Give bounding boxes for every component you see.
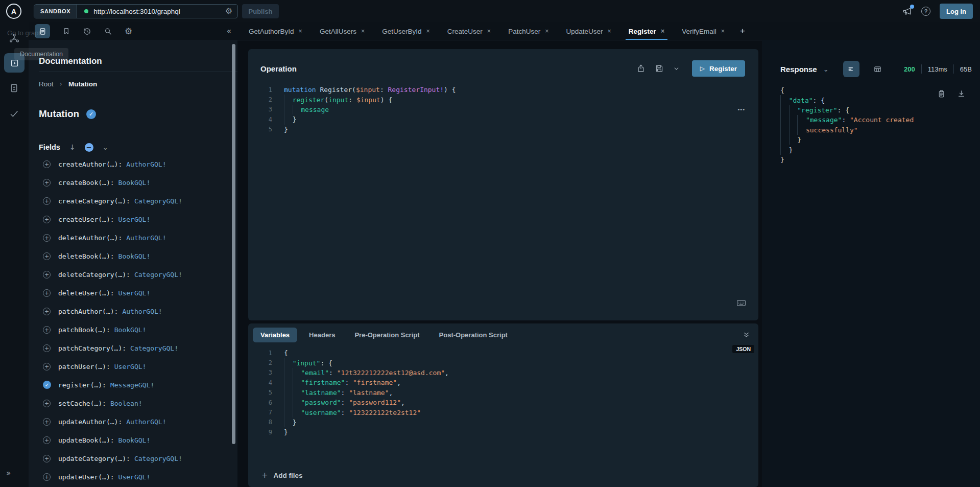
operation-tab[interactable]: Register (629, 22, 664, 40)
checks-icon[interactable] (9, 108, 19, 119)
field-row[interactable]: createUser(…): UserGQL! (39, 210, 230, 228)
close-tab-icon[interactable] (487, 28, 491, 35)
help-icon[interactable]: ? (921, 7, 930, 16)
field-type-link[interactable]: UserGQL! (118, 289, 151, 297)
field-row[interactable]: deleteBook(…): BookGQL! (39, 247, 230, 265)
save-menu-chevron-icon[interactable] (673, 65, 680, 72)
field-type-link[interactable]: AuthorGQL! (122, 308, 162, 315)
announcements-icon[interactable] (902, 6, 912, 16)
field-type-link[interactable]: AuthorGQL! (126, 418, 166, 426)
field-type-link[interactable]: CategoryGQL! (130, 344, 178, 352)
field-row[interactable]: patchCategory(…): CategoryGQL! (39, 339, 230, 357)
response-chevron-down-icon[interactable]: ⌄ (823, 65, 829, 73)
field-type-link[interactable]: Boolean! (110, 400, 142, 407)
add-field-icon[interactable] (43, 271, 51, 279)
close-tab-icon[interactable] (661, 28, 664, 35)
field-type-link[interactable]: CategoryGQL! (134, 455, 182, 462)
field-type-link[interactable]: CategoryGQL! (134, 197, 182, 205)
table-view-toggle-icon[interactable] (870, 61, 886, 77)
field-row[interactable]: createBook(…): BookGQL! (39, 173, 230, 192)
saved-operations-bookmark-icon[interactable] (62, 27, 70, 35)
deselect-all-fields-icon[interactable]: − (85, 143, 93, 152)
variables-code-editor[interactable]: 1{2"input": {3"email": "12t322212222est1… (260, 348, 723, 437)
add-field-icon[interactable] (43, 179, 51, 187)
field-row[interactable]: setCache(…): Boolean! (39, 394, 230, 412)
expand-rail-icon[interactable]: » (6, 469, 11, 478)
add-field-icon[interactable] (43, 160, 51, 168)
field-type-link[interactable]: UserGQL! (118, 216, 151, 223)
field-type-link[interactable]: BookGQL! (114, 326, 147, 334)
field-row[interactable]: updateCategory(…): CategoryGQL! (39, 449, 230, 468)
line-actions-more-icon[interactable]: ••• (737, 106, 745, 112)
collapse-panel-icon[interactable]: « (227, 27, 231, 36)
add-field-icon[interactable] (43, 326, 51, 334)
close-tab-icon[interactable] (361, 28, 365, 35)
operation-tab[interactable]: GetAllUsers (320, 22, 365, 40)
history-icon[interactable] (83, 27, 91, 36)
fields-chevron-down-icon[interactable]: ⌄ (103, 144, 108, 151)
breadcrumb-root-link[interactable]: Root (39, 80, 54, 88)
field-row[interactable]: patchAuthor(…): AuthorGQL! (39, 302, 230, 320)
operation-tab[interactable]: GetUserById (382, 22, 430, 40)
add-field-icon[interactable] (43, 252, 51, 260)
sort-fields-icon[interactable]: ↓ (69, 143, 76, 151)
add-field-icon[interactable] (43, 418, 51, 426)
publish-button[interactable]: Publish (242, 4, 279, 18)
close-tab-icon[interactable] (721, 28, 725, 35)
tree-view-toggle-icon[interactable] (843, 61, 859, 77)
field-type-link[interactable]: BookGQL! (118, 179, 151, 187)
add-field-icon[interactable] (43, 234, 51, 242)
variables-tab[interactable]: Post-Operation Script (432, 328, 515, 342)
field-row[interactable]: deleteUser(…): UserGQL! (39, 284, 230, 302)
apollo-logo-icon[interactable]: A (6, 4, 21, 19)
field-type-link[interactable]: AuthorGQL! (126, 160, 166, 168)
add-field-icon[interactable] (43, 436, 51, 444)
connection-settings-gear-icon[interactable]: ⚙ (225, 7, 232, 15)
field-row[interactable]: patchUser(…): UserGQL! (39, 357, 230, 376)
operation-tab[interactable]: CreateUser (447, 22, 491, 40)
login-button[interactable]: Log in (940, 4, 973, 19)
close-tab-icon[interactable] (426, 28, 429, 35)
field-row[interactable]: updateUser(…): UserGQL! (39, 468, 230, 486)
field-type-link[interactable]: MessageGQL! (110, 381, 154, 389)
field-row[interactable]: deleteAuthor(…): AuthorGQL! (39, 228, 230, 247)
add-field-icon[interactable] (43, 289, 51, 297)
add-field-icon[interactable] (43, 400, 51, 407)
operation-tab[interactable]: GetAuthorById (249, 22, 302, 40)
save-operation-icon[interactable] (655, 64, 664, 73)
variables-tab[interactable]: Variables (253, 328, 297, 342)
field-row[interactable]: updateAuthor(…): AuthorGQL! (39, 412, 230, 431)
operation-tab[interactable]: VerifyEmail (682, 22, 725, 40)
run-operation-button[interactable]: ▷ Register (692, 60, 745, 77)
close-tab-icon[interactable] (545, 28, 548, 35)
field-row[interactable]: createCategory(…): CategoryGQL! (39, 192, 230, 210)
add-field-icon[interactable] (43, 473, 51, 481)
add-files-button[interactable]: + Add files (261, 471, 303, 480)
field-row[interactable]: register(…): MessageGQL! (39, 376, 230, 394)
add-field-icon[interactable] (43, 363, 51, 370)
documentation-scrollbar[interactable] (232, 44, 235, 444)
field-row[interactable]: patchBook(…): BookGQL! (39, 320, 230, 339)
field-selected-check-icon[interactable] (43, 381, 51, 389)
operation-tab[interactable]: UpdateUser (566, 22, 611, 40)
field-row[interactable]: updateBook(…): BookGQL! (39, 431, 230, 449)
field-type-link[interactable]: BookGQL! (118, 252, 151, 260)
add-field-icon[interactable] (43, 308, 51, 315)
field-type-link[interactable]: UserGQL! (118, 473, 151, 481)
close-tab-icon[interactable] (299, 28, 302, 35)
share-operation-icon[interactable] (636, 64, 646, 73)
field-row[interactable]: createAuthor(…): AuthorGQL! (39, 155, 230, 173)
operation-code-editor[interactable]: 1mutation Register($input: RegisterInput… (260, 85, 728, 134)
field-type-link[interactable]: UserGQL! (114, 363, 147, 370)
collapse-variables-icon[interactable] (743, 331, 750, 339)
add-field-icon[interactable] (43, 197, 51, 205)
field-type-link[interactable]: BookGQL! (118, 436, 151, 444)
new-tab-button[interactable]: + (740, 26, 745, 36)
search-icon[interactable] (104, 27, 112, 36)
keyboard-shortcuts-icon[interactable] (736, 299, 746, 307)
variables-tab[interactable]: Pre-Operation Script (347, 328, 427, 342)
add-field-icon[interactable] (43, 344, 51, 352)
field-type-link[interactable]: CategoryGQL! (134, 271, 182, 279)
add-field-icon[interactable] (43, 216, 51, 223)
changelog-file-icon[interactable] (9, 83, 19, 94)
